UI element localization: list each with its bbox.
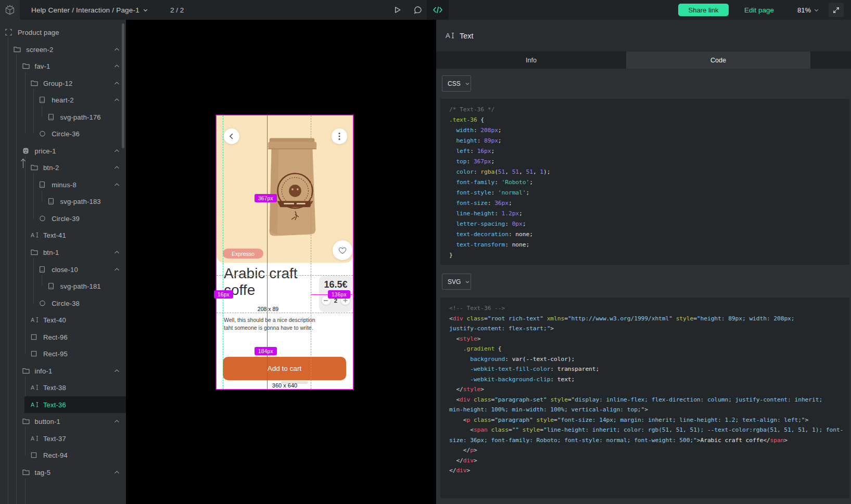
layer-item-rect-94[interactable]: Rect-94	[0, 447, 126, 464]
collapse-chevron-icon[interactable]	[114, 81, 120, 85]
layer-label: tag-5	[35, 469, 51, 476]
code-line: <div class="paragraph-set" style="displa…	[449, 395, 849, 405]
layer-item-text-36[interactable]: A Text-36	[0, 396, 126, 413]
layer-item-rect-96[interactable]: Rect-96	[0, 328, 126, 345]
svg-text:A: A	[31, 232, 35, 238]
kebab-menu-icon	[338, 132, 340, 140]
measure-label-bottom: 184px	[255, 347, 277, 355]
layer-item-text-40[interactable]: A Text-40	[0, 312, 126, 329]
back-button[interactable]	[224, 128, 239, 144]
css-format-dropdown[interactable]: CSS	[442, 75, 471, 92]
layer-item-text-41[interactable]: A Text-41	[0, 227, 126, 244]
layer-item-text-38[interactable]: A Text-38	[0, 379, 126, 396]
svg-text:A: A	[31, 384, 35, 391]
code-line: /* Text-36 */	[449, 105, 849, 115]
more-options-button[interactable]	[332, 128, 347, 144]
add-to-cart-button[interactable]: Add to cart	[223, 357, 346, 380]
layer-label: button-1	[35, 418, 60, 425]
preview-play-button[interactable]	[387, 0, 408, 20]
comments-button[interactable]	[407, 0, 428, 20]
code-line: letter-spacing: 0px;	[449, 219, 849, 229]
favorite-button[interactable]	[333, 240, 352, 260]
layer-label: Rect-95	[43, 350, 68, 358]
folder-layer-icon	[22, 63, 30, 69]
collapse-chevron-icon[interactable]	[114, 98, 120, 102]
tab-info[interactable]: Info	[436, 51, 626, 69]
layer-label: Rect-94	[43, 451, 68, 459]
layer-item-svg-path-181[interactable]: svg-path-181	[0, 278, 126, 295]
layer-item-screen-2[interactable]: screen-2	[0, 41, 126, 58]
layer-item-circle-38[interactable]: Circle-38	[0, 294, 126, 312]
text-layer-icon: A	[31, 401, 39, 408]
layer-item-rect-95[interactable]: Rect-95	[0, 345, 126, 363]
collapse-chevron-icon[interactable]	[114, 250, 120, 254]
chevron-down-icon	[814, 7, 819, 13]
collapse-chevron-icon[interactable]	[114, 267, 120, 272]
layer-item-circle-39[interactable]: Circle-39	[0, 210, 126, 227]
code-mode-button[interactable]	[427, 0, 449, 20]
rect-layer-icon	[31, 452, 37, 458]
layer-item-price-1[interactable]: price-1	[0, 142, 126, 159]
layer-item-btn-1[interactable]: btn-1	[0, 244, 126, 261]
collapse-chevron-icon[interactable]	[114, 64, 120, 68]
layer-label: screen-2	[26, 45, 53, 53]
folder-layer-icon	[22, 469, 30, 475]
layer-item-group-12[interactable]: Group-12	[0, 74, 126, 92]
code-line: .gradient {	[449, 344, 849, 354]
layer-item-product page[interactable]: Product page	[0, 24, 126, 41]
text-layer-icon: A	[31, 317, 39, 324]
code-line: }	[449, 250, 849, 261]
circle-layer-icon	[39, 300, 46, 306]
edit-page-link[interactable]: Edit page	[744, 0, 774, 20]
layer-item-fav-1[interactable]: fav-1	[0, 58, 126, 75]
layout-guide-vertical-right	[311, 115, 311, 389]
code-line: <p class="paragraph" style="font-size: 1…	[449, 415, 849, 425]
circle-layer-icon	[39, 131, 46, 137]
layer-item-svg-path-176[interactable]: svg-path-176	[0, 108, 126, 125]
inspector-header: A Text	[436, 20, 851, 51]
folder-layer-icon	[31, 164, 38, 171]
folder-layer-icon	[31, 249, 38, 255]
zoom-level-dropdown[interactable]: 81%	[797, 0, 819, 20]
measure-label-top: 367px	[255, 194, 277, 202]
collapse-chevron-icon[interactable]	[114, 165, 120, 170]
text-layer-icon: A	[446, 32, 455, 40]
selection-guide-bottom	[217, 313, 353, 313]
breadcrumb[interactable]: Help Center / Interaction / Page-1	[31, 0, 148, 20]
layer-item-button-1[interactable]: button-1	[0, 413, 126, 430]
collapse-chevron-icon[interactable]	[114, 149, 120, 153]
collapse-chevron-icon[interactable]	[114, 47, 120, 51]
layer-label: price-1	[35, 147, 56, 154]
description-line: Well, this should be a nice description	[224, 316, 315, 324]
inspector-panel: A Text Info Code CSS /* Text-36 */.text-…	[436, 20, 851, 504]
collapse-chevron-icon[interactable]	[114, 419, 120, 423]
layer-item-close-10[interactable]: close-10	[0, 261, 126, 278]
collapse-chevron-icon[interactable]	[114, 470, 120, 474]
top-bar: Help Center / Interaction / Page-1 2 / 2…	[0, 0, 851, 20]
share-link-label: Share link	[689, 6, 719, 14]
file-layer-icon	[48, 198, 54, 205]
layer-item-svg-path-183[interactable]: svg-path-183	[0, 193, 126, 210]
fullscreen-button[interactable]	[829, 3, 844, 17]
svg-format-dropdown[interactable]: SVG	[442, 274, 471, 290]
css-dropdown-value: CSS	[448, 80, 461, 87]
collapse-chevron-icon[interactable]	[114, 369, 120, 373]
tab-code[interactable]: Code	[626, 51, 810, 69]
fullscreen-icon	[832, 6, 840, 14]
layer-item-minus-8[interactable]: minus-8	[0, 176, 126, 193]
layer-item-circle-36[interactable]: Circle-36	[0, 125, 126, 143]
code-line: top: 367px;	[449, 157, 849, 167]
app-logo[interactable]	[0, 0, 20, 20]
layer-item-text-37[interactable]: A Text-37	[0, 430, 126, 447]
share-link-button[interactable]: Share link	[678, 4, 729, 16]
code-line: font-family: 'Roboto';	[449, 177, 849, 188]
layer-item-tag-5[interactable]: tag-5	[0, 464, 126, 481]
sidebar-scrollbar[interactable]	[122, 23, 124, 148]
folder-layer-icon	[31, 80, 38, 86]
layer-item-btn-2[interactable]: btn-2	[0, 159, 126, 176]
layer-item-info-1[interactable]: info-1	[0, 363, 126, 380]
code-line: background: var(--text-color);	[449, 354, 849, 365]
layer-item-heart-2[interactable]: heart-2	[0, 92, 126, 109]
code-line: font-size: 36px;	[449, 198, 849, 209]
collapse-chevron-icon[interactable]	[114, 183, 120, 187]
